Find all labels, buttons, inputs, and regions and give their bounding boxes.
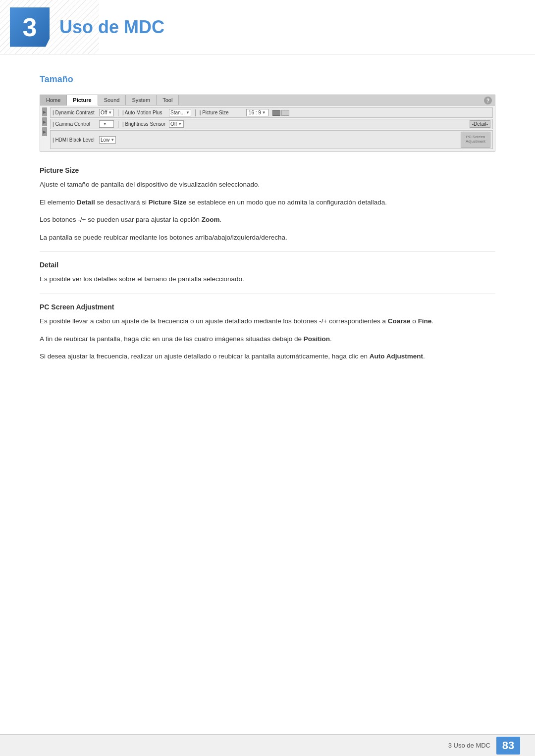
dynamic-contrast-label: | Dynamic Contrast xyxy=(53,110,97,115)
chapter-number: 3 xyxy=(23,14,37,40)
picture-size-title: Picture Size xyxy=(40,166,495,174)
pc-screen-title: PC Screen Adjustment xyxy=(40,303,495,311)
pc-screen-preview: PC ScreenAdjustment xyxy=(461,132,490,148)
pc-screen-p2: A fin de reubicar la pantalla, haga clic… xyxy=(40,334,495,345)
ui-mockup: Home Picture Sound System Tool ? ▶ ▶ ▶ |… xyxy=(40,95,495,151)
gamma-control-select[interactable]: ▼ xyxy=(99,120,114,128)
chapter-number-box: 3 xyxy=(10,7,50,47)
chapter-title: Uso de MDC xyxy=(59,17,164,38)
tab-picture[interactable]: Picture xyxy=(67,95,98,105)
pc-screen-p3: Si desea ajustar la frecuencia, realizar… xyxy=(40,351,495,362)
picture-size-p3: Los botones -/+ se pueden usar para ajus… xyxy=(40,214,495,225)
help-button[interactable]: ? xyxy=(484,97,492,104)
grid-buttons xyxy=(272,110,289,116)
tab-system[interactable]: System xyxy=(126,95,157,105)
separator-1 xyxy=(118,109,118,116)
brightness-sensor-label: | Brightness Sensor xyxy=(122,121,167,127)
dynamic-contrast-select[interactable]: Off▼ xyxy=(99,109,114,116)
tab-home[interactable]: Home xyxy=(40,95,67,105)
picture-size-select[interactable]: 16 : 9▼ xyxy=(246,109,268,116)
pc-screen-p1: Es posible llevar a cabo un ajuste de la… xyxy=(40,316,495,327)
sidebar-btn-1[interactable]: ▶ xyxy=(42,107,47,116)
ui-sidebar: ▶ ▶ ▶ xyxy=(42,107,48,149)
detail-p1: Es posible ver los detalles sobre el tam… xyxy=(40,274,495,285)
grid-btn-2[interactable] xyxy=(281,110,289,116)
separator-2 xyxy=(195,109,196,116)
detail-title: Detail xyxy=(40,261,495,269)
grid-btn-1[interactable] xyxy=(272,110,280,116)
page-number: 83 xyxy=(496,737,520,755)
divider-2 xyxy=(40,294,495,294)
auto-motion-label: | Auto Motion Plus xyxy=(122,110,167,115)
sidebar-btn-2[interactable]: ▶ xyxy=(42,117,47,126)
ui-body: ▶ ▶ ▶ | Dynamic Contrast Off▼ | Auto Mot… xyxy=(40,105,495,151)
hdmi-black-level-label: | HDMI Black Level xyxy=(53,137,97,143)
footer-text: 3 Uso de MDC xyxy=(448,742,490,749)
brightness-sensor-select[interactable]: Off▼ xyxy=(169,120,184,128)
picture-size-p2: El elemento Detail se desactivará si Pic… xyxy=(40,197,495,208)
picture-size-label: | Picture Size xyxy=(200,110,244,115)
ui-row-3: | HDMI Black Level Low▼ PC ScreenAdjustm… xyxy=(50,130,493,149)
chapter-header: 3 Uso de MDC xyxy=(0,0,535,54)
ui-rows: | Dynamic Contrast Off▼ | Auto Motion Pl… xyxy=(50,107,493,149)
ui-row-2: | Gamma Control ▼ | Brightness Sensor Of… xyxy=(50,119,493,129)
tab-tool[interactable]: Tool xyxy=(157,95,179,105)
ui-row-1: | Dynamic Contrast Off▼ | Auto Motion Pl… xyxy=(50,107,493,118)
page-footer: 3 Uso de MDC 83 xyxy=(0,734,535,756)
sidebar-btn-3[interactable]: ▶ xyxy=(42,127,47,136)
divider-1 xyxy=(40,252,495,252)
detail-button[interactable]: -Detail- xyxy=(470,120,490,128)
picture-size-p4: La pantalla se puede reubicar mediante l… xyxy=(40,232,495,243)
separator-3 xyxy=(118,121,118,128)
tab-sound[interactable]: Sound xyxy=(98,95,126,105)
section-title: Tamaño xyxy=(40,74,495,85)
picture-size-p1: Ajuste el tamaño de pantalla del disposi… xyxy=(40,179,495,190)
hdmi-black-level-select[interactable]: Low▼ xyxy=(99,136,116,144)
auto-motion-select[interactable]: Stan...▼ xyxy=(169,109,191,116)
ui-tab-bar: Home Picture Sound System Tool ? xyxy=(40,95,495,105)
gamma-control-label: | Gamma Control xyxy=(53,121,97,127)
main-content: Tamaño Home Picture Sound System Tool ? … xyxy=(0,54,535,408)
